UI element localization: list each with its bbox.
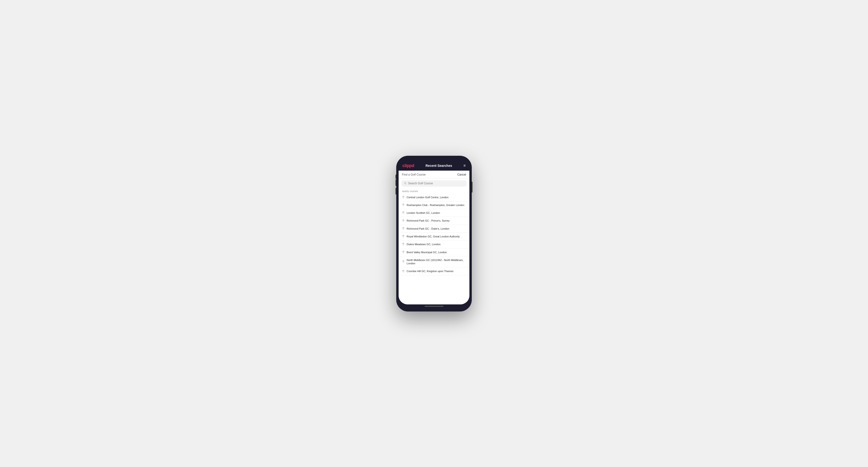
list-item[interactable]: Dukes Meadows GC, London [399, 241, 469, 248]
search-icon [404, 182, 407, 185]
app-logo: clippd [402, 163, 414, 168]
location-pin-icon [402, 204, 405, 207]
mute-button [396, 175, 396, 179]
svg-point-9 [403, 251, 404, 252]
course-name: Richmond Park GC - Duke's, London [407, 227, 450, 230]
svg-point-6 [403, 228, 404, 228]
svg-point-11 [403, 271, 404, 271]
search-box [401, 180, 467, 187]
status-bar [399, 158, 469, 161]
power-button [472, 182, 472, 192]
location-pin-icon [402, 227, 405, 230]
list-item[interactable]: London Scottish GC, London [399, 209, 469, 217]
volume-down-button [396, 188, 396, 194]
home-indicator [399, 304, 469, 309]
home-bar [425, 306, 443, 307]
list-item[interactable]: Central London Golf Centre, London [399, 193, 469, 201]
list-item[interactable]: Brent Valley Municipal GC, London [399, 248, 469, 256]
list-item[interactable]: Royal Wimbledon GC, Great London Authori… [399, 233, 469, 241]
course-name: Royal Wimbledon GC, Great London Authori… [407, 235, 460, 238]
svg-point-10 [403, 261, 404, 261]
svg-point-2 [403, 196, 404, 197]
phone-frame: clippd Recent Searches ≡ Find a Golf Cou… [396, 156, 472, 311]
list-item[interactable]: Richmond Park GC - Prince's, Surrey [399, 217, 469, 225]
list-item[interactable]: Coombe Hill GC, Kingston upon Thames [399, 268, 469, 275]
course-name: Central London Golf Centre, London [407, 196, 448, 199]
nearby-label: Nearby courses [399, 189, 469, 193]
list-item[interactable]: Richmond Park GC - Duke's, London [399, 225, 469, 233]
nearby-courses-section: Nearby courses Central London Golf Centr… [399, 189, 469, 304]
svg-point-5 [403, 220, 404, 221]
svg-point-8 [403, 244, 404, 244]
location-pin-icon [402, 219, 405, 222]
menu-icon[interactable]: ≡ [464, 163, 466, 168]
course-name: Dukes Meadows GC, London [407, 243, 441, 246]
list-item[interactable]: North Middlesex GC (1011942 - North Midd… [399, 256, 469, 268]
find-bar: Find a Golf Course Cancel [399, 170, 469, 178]
course-name: Coombe Hill GC, Kingston upon Thames [407, 270, 454, 273]
location-pin-icon [402, 251, 405, 254]
phone-screen: clippd Recent Searches ≡ Find a Golf Cou… [399, 158, 469, 309]
course-list: Central London Golf Centre, London Roeha… [399, 193, 469, 275]
svg-line-1 [406, 184, 406, 184]
location-pin-icon [402, 270, 405, 273]
list-item[interactable]: Roehampton Club - Roehampton, Greater Lo… [399, 201, 469, 209]
svg-point-7 [403, 236, 404, 236]
location-pin-icon [402, 260, 405, 263]
course-name: Richmond Park GC - Prince's, Surrey [407, 219, 450, 222]
location-pin-icon [402, 211, 405, 215]
location-pin-icon [402, 235, 405, 238]
find-label: Find a Golf Course [402, 173, 426, 176]
course-name: London Scottish GC, London [407, 211, 440, 215]
header-title: Recent Searches [426, 164, 452, 167]
course-name: Roehampton Club - Roehampton, Greater Lo… [407, 204, 464, 207]
location-pin-icon [402, 243, 405, 246]
search-container [399, 178, 469, 189]
cancel-button[interactable]: Cancel [457, 173, 466, 176]
location-pin-icon [402, 196, 405, 199]
app-header: clippd Recent Searches ≡ [399, 161, 469, 170]
course-name: Brent Valley Municipal GC, London [407, 251, 447, 254]
svg-point-4 [403, 212, 404, 213]
search-input[interactable] [408, 182, 464, 185]
course-name: North Middlesex GC (1011942 - North Midd… [407, 258, 466, 265]
svg-point-0 [404, 182, 406, 184]
svg-point-3 [403, 204, 404, 205]
volume-up-button [396, 179, 396, 186]
main-content: Find a Golf Course Cancel Nearby [399, 170, 469, 304]
